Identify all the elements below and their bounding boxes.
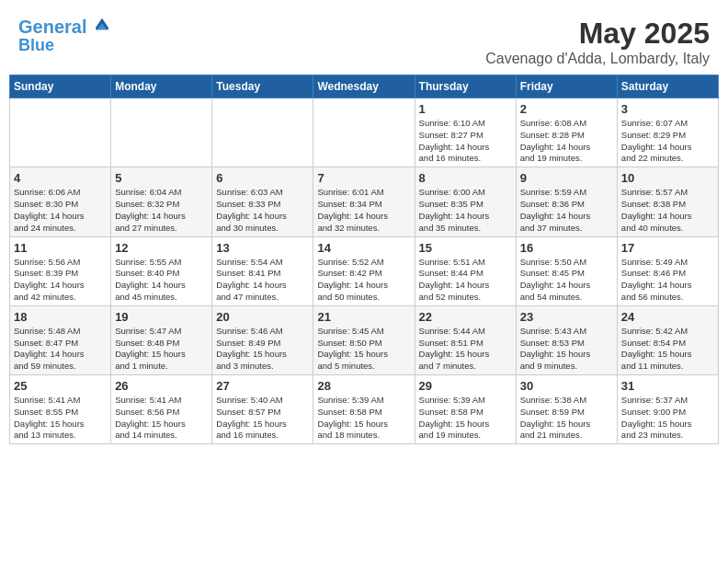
day-number: 30	[520, 379, 613, 393]
calendar-cell: 10Sunrise: 5:57 AM Sunset: 8:38 PM Dayli…	[617, 167, 718, 236]
day-info: Sunrise: 5:48 AM Sunset: 8:47 PM Dayligh…	[14, 326, 107, 373]
day-number: 3	[621, 102, 714, 116]
day-info: Sunrise: 6:04 AM Sunset: 8:32 PM Dayligh…	[115, 187, 208, 234]
day-number: 7	[317, 171, 410, 185]
weekday-header: Saturday	[617, 75, 718, 98]
calendar-cell: 28Sunrise: 5:39 AM Sunset: 8:58 PM Dayli…	[313, 375, 415, 444]
day-number: 31	[621, 379, 714, 393]
calendar-week-row: 18Sunrise: 5:48 AM Sunset: 8:47 PM Dayli…	[10, 305, 719, 374]
calendar-cell: 3Sunrise: 6:07 AM Sunset: 8:29 PM Daylig…	[617, 98, 718, 167]
day-info: Sunrise: 5:55 AM Sunset: 8:40 PM Dayligh…	[115, 257, 208, 304]
calendar-cell: 7Sunrise: 6:01 AM Sunset: 8:34 PM Daylig…	[313, 167, 415, 236]
day-number: 1	[419, 102, 512, 116]
day-info: Sunrise: 5:44 AM Sunset: 8:51 PM Dayligh…	[419, 326, 512, 373]
day-info: Sunrise: 5:47 AM Sunset: 8:48 PM Dayligh…	[115, 326, 208, 373]
day-number: 6	[216, 171, 309, 185]
calendar-cell: 4Sunrise: 6:06 AM Sunset: 8:30 PM Daylig…	[10, 167, 111, 236]
day-number: 26	[115, 379, 208, 393]
calendar-cell: 17Sunrise: 5:49 AM Sunset: 8:46 PM Dayli…	[617, 236, 718, 305]
weekday-header: Wednesday	[313, 75, 415, 98]
day-number: 22	[419, 310, 512, 324]
day-info: Sunrise: 5:50 AM Sunset: 8:45 PM Dayligh…	[520, 257, 613, 304]
day-info: Sunrise: 5:41 AM Sunset: 8:55 PM Dayligh…	[14, 395, 107, 442]
day-number: 15	[419, 241, 512, 255]
day-info: Sunrise: 5:56 AM Sunset: 8:39 PM Dayligh…	[14, 257, 107, 304]
calendar-week-row: 25Sunrise: 5:41 AM Sunset: 8:55 PM Dayli…	[10, 375, 719, 444]
day-info: Sunrise: 6:00 AM Sunset: 8:35 PM Dayligh…	[419, 187, 512, 234]
day-info: Sunrise: 6:01 AM Sunset: 8:34 PM Dayligh…	[317, 187, 410, 234]
day-info: Sunrise: 5:42 AM Sunset: 8:54 PM Dayligh…	[621, 326, 714, 373]
calendar-cell	[212, 98, 313, 167]
day-info: Sunrise: 6:07 AM Sunset: 8:29 PM Dayligh…	[621, 118, 714, 165]
calendar-cell: 14Sunrise: 5:52 AM Sunset: 8:42 PM Dayli…	[313, 236, 415, 305]
title-block: May 2025 Cavenago d'Adda, Lombardy, Ital…	[485, 17, 710, 67]
day-number: 29	[419, 379, 512, 393]
day-number: 27	[216, 379, 309, 393]
calendar-cell: 11Sunrise: 5:56 AM Sunset: 8:39 PM Dayli…	[10, 236, 111, 305]
day-number: 5	[115, 171, 208, 185]
day-info: Sunrise: 5:45 AM Sunset: 8:50 PM Dayligh…	[317, 326, 410, 373]
calendar-cell: 22Sunrise: 5:44 AM Sunset: 8:51 PM Dayli…	[415, 305, 516, 374]
day-info: Sunrise: 5:52 AM Sunset: 8:42 PM Dayligh…	[317, 257, 410, 304]
calendar-cell: 5Sunrise: 6:04 AM Sunset: 8:32 PM Daylig…	[111, 167, 212, 236]
logo-text: General	[18, 17, 110, 37]
day-number: 17	[621, 241, 714, 255]
calendar-cell: 13Sunrise: 5:54 AM Sunset: 8:41 PM Dayli…	[212, 236, 313, 305]
day-info: Sunrise: 5:41 AM Sunset: 8:56 PM Dayligh…	[115, 395, 208, 442]
day-number: 28	[317, 379, 410, 393]
calendar-cell: 15Sunrise: 5:51 AM Sunset: 8:44 PM Dayli…	[415, 236, 516, 305]
calendar-cell: 20Sunrise: 5:46 AM Sunset: 8:49 PM Dayli…	[212, 305, 313, 374]
day-number: 11	[14, 241, 107, 255]
day-number: 14	[317, 241, 410, 255]
day-info: Sunrise: 5:39 AM Sunset: 8:58 PM Dayligh…	[419, 395, 512, 442]
calendar-cell: 23Sunrise: 5:43 AM Sunset: 8:53 PM Dayli…	[516, 305, 617, 374]
day-number: 16	[520, 241, 613, 255]
calendar-week-row: 11Sunrise: 5:56 AM Sunset: 8:39 PM Dayli…	[10, 236, 719, 305]
calendar-cell: 18Sunrise: 5:48 AM Sunset: 8:47 PM Dayli…	[10, 305, 111, 374]
calendar-cell	[313, 98, 415, 167]
day-info: Sunrise: 6:03 AM Sunset: 8:33 PM Dayligh…	[216, 187, 309, 234]
day-number: 13	[216, 241, 309, 255]
page-header: General Blue May 2025 Cavenago d'Adda, L…	[9, 9, 719, 71]
day-number: 18	[14, 310, 107, 324]
day-info: Sunrise: 5:39 AM Sunset: 8:58 PM Dayligh…	[317, 395, 410, 442]
logo: General Blue	[18, 17, 110, 55]
calendar-cell: 26Sunrise: 5:41 AM Sunset: 8:56 PM Dayli…	[111, 375, 212, 444]
day-info: Sunrise: 5:54 AM Sunset: 8:41 PM Dayligh…	[216, 257, 309, 304]
weekday-header: Tuesday	[212, 75, 313, 98]
day-info: Sunrise: 6:06 AM Sunset: 8:30 PM Dayligh…	[14, 187, 107, 234]
day-number: 8	[419, 171, 512, 185]
day-number: 20	[216, 310, 309, 324]
calendar-cell	[10, 98, 111, 167]
calendar-cell	[111, 98, 212, 167]
day-number: 23	[520, 310, 613, 324]
calendar-cell: 30Sunrise: 5:38 AM Sunset: 8:59 PM Dayli…	[516, 375, 617, 444]
day-info: Sunrise: 5:59 AM Sunset: 8:36 PM Dayligh…	[520, 187, 613, 234]
day-number: 12	[115, 241, 208, 255]
day-info: Sunrise: 5:51 AM Sunset: 8:44 PM Dayligh…	[419, 257, 512, 304]
day-info: Sunrise: 5:38 AM Sunset: 8:59 PM Dayligh…	[520, 395, 613, 442]
day-number: 25	[14, 379, 107, 393]
calendar-cell: 25Sunrise: 5:41 AM Sunset: 8:55 PM Dayli…	[10, 375, 111, 444]
calendar-cell: 29Sunrise: 5:39 AM Sunset: 8:58 PM Dayli…	[415, 375, 516, 444]
calendar-week-row: 4Sunrise: 6:06 AM Sunset: 8:30 PM Daylig…	[10, 167, 719, 236]
day-info: Sunrise: 6:08 AM Sunset: 8:28 PM Dayligh…	[520, 118, 613, 165]
calendar-cell: 9Sunrise: 5:59 AM Sunset: 8:36 PM Daylig…	[516, 167, 617, 236]
logo-blue: Blue	[18, 37, 110, 55]
day-info: Sunrise: 5:57 AM Sunset: 8:38 PM Dayligh…	[621, 187, 714, 234]
day-number: 4	[14, 171, 107, 185]
day-info: Sunrise: 5:43 AM Sunset: 8:53 PM Dayligh…	[520, 326, 613, 373]
calendar-table: SundayMondayTuesdayWednesdayThursdayFrid…	[9, 75, 719, 444]
month-title: May 2025	[485, 17, 710, 51]
day-number: 19	[115, 310, 208, 324]
calendar-cell: 2Sunrise: 6:08 AM Sunset: 8:28 PM Daylig…	[516, 98, 617, 167]
calendar-cell: 8Sunrise: 6:00 AM Sunset: 8:35 PM Daylig…	[415, 167, 516, 236]
day-number: 9	[520, 171, 613, 185]
calendar-week-row: 1Sunrise: 6:10 AM Sunset: 8:27 PM Daylig…	[10, 98, 719, 167]
weekday-header: Sunday	[10, 75, 111, 98]
day-number: 24	[621, 310, 714, 324]
weekday-header-row: SundayMondayTuesdayWednesdayThursdayFrid…	[10, 75, 719, 98]
weekday-header: Thursday	[415, 75, 516, 98]
calendar-cell: 16Sunrise: 5:50 AM Sunset: 8:45 PM Dayli…	[516, 236, 617, 305]
logo-icon	[94, 17, 110, 33]
